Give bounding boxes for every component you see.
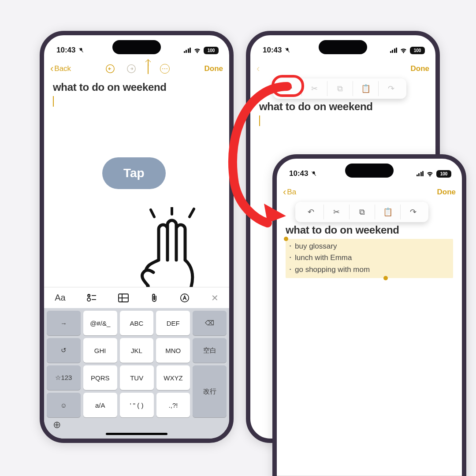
back-label: Back [54,64,71,73]
key-abc[interactable]: ABC [120,311,154,335]
tap-callout: Tap [102,157,166,189]
list-item: buy glossary [286,241,450,252]
cell-signal-icon [390,48,398,53]
mute-icon [78,47,84,53]
cell-signal-icon [184,48,191,53]
checklist-button[interactable] [87,294,97,302]
selection-handle-end[interactable] [383,276,388,280]
text-style-button[interactable]: Aa [55,293,65,303]
format-toolbar: Aa ✕ [44,287,229,308]
menu-copy[interactable]: ⧉ [349,205,375,219]
mute-icon [284,47,290,53]
key-ghi[interactable]: GHI [83,338,117,363]
wifi-icon [426,171,434,177]
selected-text[interactable]: buy glossary lunch with Emma go shopping… [286,239,453,278]
wifi-icon [400,48,407,53]
redo-icon[interactable] [126,64,136,74]
svg-line-3 [151,210,154,217]
dynamic-island [319,40,367,54]
text-cursor [259,115,260,126]
key-def[interactable]: DEF [156,311,190,335]
note-body[interactable]: what to do on weekend buy glossary lunch… [277,221,462,281]
chevron-left-icon: ‹ [257,63,260,74]
status-time: 10:43 [56,46,75,55]
dynamic-island [345,164,394,178]
chevron-left-icon: ‹ [50,63,53,74]
key-tab[interactable]: → [47,311,81,335]
svg-point-8 [87,298,90,301]
wifi-icon [193,48,201,53]
back-button[interactable]: ‹ Ba [283,186,296,198]
globe-icon[interactable]: ⊕ [53,419,61,430]
back-button[interactable]: ‹ [257,63,260,74]
done-button[interactable]: Done [205,64,223,73]
key-space[interactable]: 空白 [193,338,227,363]
battery-badge: 100 [410,47,425,54]
undo-icon[interactable] [105,64,115,74]
key-symnum[interactable]: ☆123 [47,365,81,390]
note-body[interactable]: what to do on weekend [44,78,229,109]
text-cursor [53,96,54,107]
battery-badge: 100 [436,170,451,178]
table-button[interactable] [118,294,129,302]
cell-signal-icon [416,171,424,176]
battery-badge: 100 [204,47,219,54]
highlight-circle [271,75,304,97]
keyboard: → @#/&_ ABC DEF ⌫ ↺ GHI JKL MNO 空白 ☆123 … [44,308,229,439]
chevron-left-icon: ‹ [283,186,286,198]
done-button[interactable]: Done [411,64,430,73]
key-delete[interactable]: ⌫ [193,311,227,335]
menu-paste[interactable]: 📋 [375,205,400,219]
key-mno[interactable]: MNO [156,338,190,363]
edit-menu: ↶ ✂ ⧉ 📋 ↷ [295,202,428,222]
key-jkl[interactable]: JKL [120,338,154,363]
menu-undo[interactable]: ↶ [298,205,324,219]
home-indicator [106,433,167,435]
menu-cut[interactable]: ✂ [324,205,349,219]
more-icon[interactable]: ⋯ [160,64,170,74]
key-emoji[interactable]: ☺ [47,393,81,417]
key-wxyz[interactable]: WXYZ [156,365,190,390]
key-pqrs[interactable]: PQRS [83,365,117,390]
key-undo[interactable]: ↺ [47,338,81,363]
menu-copy[interactable]: ⧉ [327,81,353,96]
markup-button[interactable] [180,293,190,303]
note-body[interactable]: what to do on weekend [250,98,435,129]
key-punct[interactable]: .,?! [156,393,190,417]
status-time: 10:43 [263,46,282,55]
list-item: lunch with Emma [286,252,450,264]
menu-cut[interactable]: ✂ [301,81,327,96]
list-item: go shopping with mom [286,264,450,275]
phone-step-1: 10:43 100 ‹ Back ⋯ Done [40,31,234,443]
share-icon[interactable] [148,64,149,74]
nav-bar: ‹ Ba Done [277,182,462,202]
key-case[interactable]: a/A [83,393,117,417]
attachment-button[interactable] [150,293,159,303]
close-keyboard-button[interactable]: ✕ [211,293,219,303]
nav-bar: ‹ Back ⋯ Done [44,59,229,78]
done-button[interactable]: Done [437,188,456,197]
menu-redo[interactable]: ↷ [400,205,426,219]
selection-handle-start[interactable] [284,237,288,241]
back-label: Ba [287,188,296,197]
key-return[interactable]: 改行 [193,365,227,417]
note-title: what to do on weekend [286,224,453,236]
dynamic-island [112,40,161,54]
svg-line-5 [190,209,194,217]
mute-icon [311,171,317,177]
menu-paste[interactable]: 📋 [353,81,378,96]
key-sym1[interactable]: @#/&_ [83,311,117,335]
phone-step-3: 10:43 100 ‹ Ba Done ↶ ✂ ⧉ 📋 ↷ what to do… [272,154,466,476]
note-title: what to do on weekend [53,81,220,93]
status-time: 10:43 [289,169,308,178]
key-tuv[interactable]: TUV [120,365,154,390]
note-title: what to do on weekend [259,100,427,113]
back-button[interactable]: ‹ Back [50,63,71,74]
key-quotes[interactable]: ' " ( ) [120,393,154,417]
menu-redo[interactable]: ↷ [378,81,404,96]
